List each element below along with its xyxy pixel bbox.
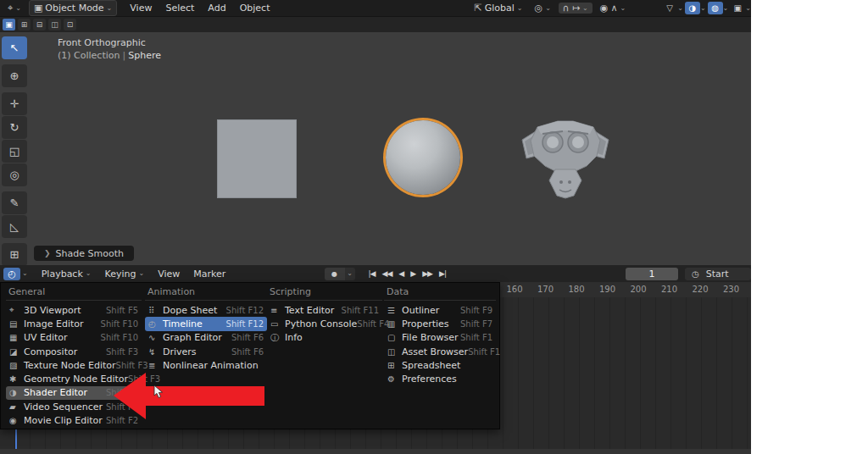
menu-add[interactable]: Add [202, 2, 231, 14]
timeline-menu-keying[interactable]: Keying⌄ [98, 268, 152, 280]
menu-item-shortcut: Shift F12 [226, 306, 264, 315]
viewport-header: ⌖ ⌄ ▣ Object Mode ⌄ ViewSelectAddObject … [0, 0, 751, 17]
chevron-down-icon: ⌄ [107, 5, 113, 12]
chevron-down-icon[interactable]: ⌄ [700, 5, 706, 12]
sphere-object-selected[interactable] [386, 120, 460, 195]
menu-item-shortcut: Shift F10 [101, 319, 138, 329]
menu-item-outliner[interactable]: ☰OutlinerShift F9 [384, 303, 496, 317]
menu-column-scripting: Scripting≡Text EditorShift F11▭Python Co… [267, 285, 382, 345]
operator-label: Shade Smooth [56, 248, 124, 259]
menu-object[interactable]: Object [234, 2, 276, 14]
chevron-down-icon[interactable]: ⌄ [677, 5, 683, 12]
timeline-editor-type-button[interactable]: ◴ ⌄ [3, 268, 28, 280]
menu-item-asset-browser[interactable]: ◫Asset BrowserShift F1 [384, 345, 496, 358]
menu-item-python-console[interactable]: ▭Python ConsoleShift F4 [267, 317, 382, 330]
menu-item-file-browser[interactable]: ▢File BrowserShift F1 [384, 331, 496, 345]
texture-node-editor-icon: ▨ [9, 361, 24, 370]
tweak-select-tool[interactable]: ↖ [2, 36, 27, 59]
menu-item-drivers[interactable]: ↯DriversShift F6 [145, 345, 267, 358]
menu-separator [145, 300, 267, 301]
menu-item-spreadsheet[interactable]: ⊞Spreadsheet [384, 358, 496, 372]
operator-panel-shade-smooth[interactable]: ❯ Shade Smooth [34, 246, 134, 261]
chevron-down-icon[interactable]: ⌄ [723, 5, 729, 12]
viewport-shading-icon[interactable]: ▣ [730, 2, 745, 14]
add-cube-tool[interactable]: ⊞ [2, 243, 27, 266]
cursor-tool[interactable]: ⊕ [2, 64, 27, 87]
menu-item-label: File Browser [402, 332, 460, 343]
mode-select-dropdown[interactable]: ▣ Object Mode ⌄ [29, 0, 117, 16]
timeline-menu-playback[interactable]: Playback⌄ [35, 268, 98, 280]
auto-keying-record-button[interactable]: ● [325, 268, 345, 280]
current-frame-field[interactable]: 1 [626, 268, 678, 280]
jump-to-end-button[interactable]: ▶| [437, 268, 448, 280]
measure-tool[interactable]: ◺ [2, 215, 27, 238]
menu-select[interactable]: Select [159, 2, 200, 14]
keying-options-dropdown[interactable]: ⌄ [345, 268, 355, 280]
select-mode-set[interactable]: ▣ [3, 19, 15, 30]
timeline-header: ◴ ⌄ Playback⌄Keying⌄ViewMarker ● ⌄ |◀◀◀◀… [0, 265, 751, 283]
next-keyframe-button[interactable]: ▶▶ [420, 268, 434, 280]
menu-view[interactable]: View [124, 2, 158, 14]
start-frame-field[interactable]: ◷ Start [685, 268, 751, 280]
orientation-dropdown[interactable]: ⇱ Global ⌄ [470, 2, 527, 14]
timeline-menu-marker[interactable]: Marker [186, 268, 232, 280]
gizmos-dropdown-icon[interactable]: ▽ [662, 2, 677, 14]
menu-item-text-editor[interactable]: ≡Text EditorShift F11 [267, 303, 382, 317]
move-tool[interactable]: ✛ [2, 92, 27, 115]
editor-type-button[interactable]: ⌖ ⌄ [3, 3, 25, 14]
xray-toggle-icon[interactable]: ◍ [708, 2, 723, 14]
rotate-tool[interactable]: ↻ [2, 116, 27, 139]
chevron-down-icon: ⌄ [15, 5, 21, 12]
chevron-down-icon: ⌄ [347, 270, 353, 277]
compositor-icon: ◪ [9, 347, 24, 357]
overlays-toggle-icon[interactable]: ◑ [685, 2, 700, 14]
menu-item-label: Properties [402, 318, 460, 329]
cube-object[interactable] [217, 119, 297, 198]
menu-item-compositor[interactable]: ◪CompositorShift F3 [6, 345, 142, 358]
select-mode-intersect[interactable]: ⊡ [64, 19, 76, 30]
menu-item-preferences[interactable]: ⚙Preferences [384, 372, 496, 385]
menu-item-properties[interactable]: ▥PropertiesShift F7 [384, 317, 496, 330]
ruler-tick-label: 200 [630, 285, 646, 294]
viewport-3d[interactable]: Front Orthographic (1) Collection|Sphere… [0, 32, 751, 265]
menu-item-label: 3D Viewport [24, 305, 106, 316]
transform-tool[interactable]: ◎ [2, 163, 27, 186]
pivot-point-dropdown[interactable]: ◎ ⌄ [531, 3, 555, 14]
menu-item-dope-sheet[interactable]: ⠿Dope SheetShift F12 [145, 303, 267, 317]
chevron-down-icon[interactable]: ⌄ [745, 5, 751, 12]
suzanne-monkey-object[interactable] [514, 117, 617, 202]
menu-item-label: Compositor [24, 346, 106, 357]
proportional-editing-button[interactable]: ◉ ∧ ⌄ [596, 3, 630, 14]
menu-item-image-editor[interactable]: ▤Image EditorShift F10 [6, 317, 142, 330]
timeline-scrollbar[interactable] [0, 449, 751, 454]
timeline-menu-label: Marker [193, 269, 225, 280]
timeline-menu-label: Keying [105, 269, 136, 280]
play-reverse-button[interactable]: ◀ [397, 268, 405, 280]
menu-item-graph-editor[interactable]: ∿Graph EditorShift F6 [145, 331, 267, 345]
menu-item-info[interactable]: ⓘInfo [267, 331, 382, 345]
file-browser-icon: ▢ [387, 333, 402, 342]
jump-to-start-button[interactable]: |◀ [367, 268, 377, 280]
orientation-label: Global [485, 3, 515, 14]
annotate-tool[interactable]: ✎ [2, 191, 27, 214]
play-button[interactable]: ▶ [409, 268, 417, 280]
select-mode-subtract[interactable]: ⊟ [33, 19, 46, 30]
prev-keyframe-button[interactable]: ◀◀ [381, 268, 394, 280]
timeline-menu-view[interactable]: View [151, 268, 186, 280]
select-mode-invert[interactable]: ◫ [48, 19, 61, 30]
menu-item-shortcut: Shift F3 [106, 347, 138, 357]
timeline-menu-label: View [158, 269, 180, 280]
select-mode-extend[interactable]: ⊞ [18, 19, 31, 30]
snap-toggle-button[interactable]: ∩ ↦ ⌄ [559, 3, 593, 14]
timeline-clock-icon: ◴ [3, 268, 20, 280]
outliner-icon: ☰ [387, 306, 402, 315]
menu-item-timeline[interactable]: ◴TimelineShift F12 [145, 317, 267, 330]
menu-item-label: Python Console [285, 318, 357, 329]
scale-tool[interactable]: ◱ [2, 140, 27, 163]
menu-item-uv-editor[interactable]: ▦UV EditorShift F10 [6, 331, 142, 345]
menu-item-label: Timeline [163, 318, 226, 329]
menu-item-shortcut: Shift F5 [106, 306, 138, 315]
menu-item-label: Preferences [402, 374, 492, 385]
menu-item-label: Video Sequencer [24, 401, 106, 412]
menu-item-3d-viewport[interactable]: ⌖3D ViewportShift F5 [6, 303, 142, 317]
